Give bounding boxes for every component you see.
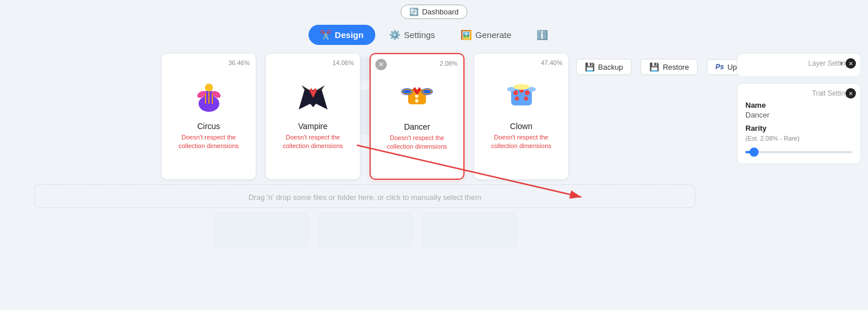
card-clown[interactable]: 47.40%	[474, 53, 569, 180]
card-vampire[interactable]: 14.06% Vampire Doesn't respect the colle…	[265, 53, 360, 180]
trait-name-label: Name	[745, 101, 852, 109]
clown-percentage: 47.40%	[541, 59, 562, 66]
design-icon: ✂️	[320, 29, 332, 40]
trait-settings-section: ✕ Trait Settings Name Dancer Rarity (Est…	[737, 83, 861, 164]
dashboard-button[interactable]: 🔄 Dashboard	[401, 5, 467, 19]
placeholder-card-3	[422, 213, 517, 247]
svg-point-8	[205, 84, 213, 92]
dashboard-icon: 🔄	[409, 7, 418, 16]
tab-generate[interactable]: 🖼️ Generate	[449, 25, 523, 45]
right-panel: ✕ ▾ Layer Settings ✕ Trait Settings Name…	[730, 47, 868, 282]
drop-zone[interactable]: Drag 'n' drop some files or folder here,…	[35, 184, 695, 208]
drop-zone-text: Drag 'n' drop some files or folder here,…	[249, 193, 482, 202]
svg-point-24	[528, 87, 536, 92]
svg-point-13	[415, 99, 418, 103]
tab-settings[interactable]: ⚙️ Settings	[378, 25, 447, 45]
clown-image	[498, 71, 545, 117]
vampire-image	[290, 71, 336, 117]
vampire-title: Vampire	[298, 122, 328, 131]
card-dancer[interactable]: ✕ 2.08%	[370, 53, 465, 180]
card-circus[interactable]: 36.46% Circus Doesn't respect	[161, 53, 256, 180]
trait-settings-close-button[interactable]: ✕	[846, 88, 856, 99]
dashboard-nav: 🔄 Dashboard	[0, 0, 868, 21]
svg-point-19	[525, 90, 530, 95]
circus-percentage: 36.46%	[229, 59, 250, 66]
tab-info[interactable]: ℹ️	[525, 25, 559, 45]
dancer-title: Dancer	[404, 122, 430, 131]
trait-settings-title: Trait Settings	[745, 89, 852, 97]
generate-icon: 🖼️	[460, 29, 472, 40]
slider-track	[745, 151, 852, 153]
trait-rarity-label: Rarity	[745, 124, 852, 133]
tab-design[interactable]: ✂️ Design	[309, 25, 375, 45]
svg-point-17	[513, 90, 518, 95]
vampire-costume-icon	[293, 74, 333, 114]
dancer-image	[394, 71, 440, 118]
clown-warning: Doesn't respect the collection dimension…	[480, 133, 562, 151]
layer-settings-section: ✕ ▾ Layer Settings	[737, 53, 861, 77]
layer-settings-close-button[interactable]: ✕	[846, 58, 856, 69]
cards-row: 36.46% Circus Doesn't respect	[17, 47, 713, 180]
dancer-costume-icon	[395, 73, 439, 116]
clown-title: Clown	[510, 122, 532, 131]
dancer-close-button[interactable]: ✕	[375, 59, 387, 70]
circus-title: Circus	[197, 122, 220, 131]
info-icon: ℹ️	[536, 29, 548, 40]
svg-point-23	[507, 87, 515, 92]
layer-settings-chevron[interactable]: ▾	[840, 59, 843, 67]
layer-settings-title: Layer Settings	[745, 59, 852, 67]
main-content: 36.46% Circus Doesn't respect	[0, 47, 868, 282]
vampire-percentage: 14.06%	[333, 59, 354, 66]
placeholder-card-1	[214, 213, 309, 247]
settings-icon: ⚙️	[389, 29, 401, 40]
rarity-slider[interactable]	[745, 146, 852, 158]
dashboard-label: Dashboard	[422, 7, 459, 16]
circus-warning: Doesn't respect the collection dimension…	[167, 133, 250, 151]
placeholder-card-2	[318, 213, 413, 247]
svg-point-20	[515, 97, 519, 101]
trait-name-value: Dancer	[745, 111, 852, 119]
svg-point-22	[513, 84, 530, 90]
dancer-percentage: 2.08%	[440, 60, 458, 67]
bottom-placeholder-row	[17, 208, 713, 247]
circus-image	[186, 71, 232, 117]
svg-point-12	[415, 94, 418, 98]
trait-rarity-value: (Est. 2.08% - Rare)	[745, 135, 852, 142]
slider-thumb[interactable]	[749, 148, 759, 157]
cards-area: 36.46% Circus Doesn't respect	[0, 47, 730, 282]
dancer-warning: Doesn't respect the collection dimension…	[376, 134, 458, 152]
circus-costume-icon	[189, 74, 229, 114]
nav-tabs: ✂️ Design ⚙️ Settings 🖼️ Generate ℹ️	[0, 21, 868, 47]
clown-costume-icon	[501, 73, 542, 115]
svg-point-21	[524, 97, 528, 101]
vampire-warning: Doesn't respect the collection dimension…	[272, 133, 354, 151]
